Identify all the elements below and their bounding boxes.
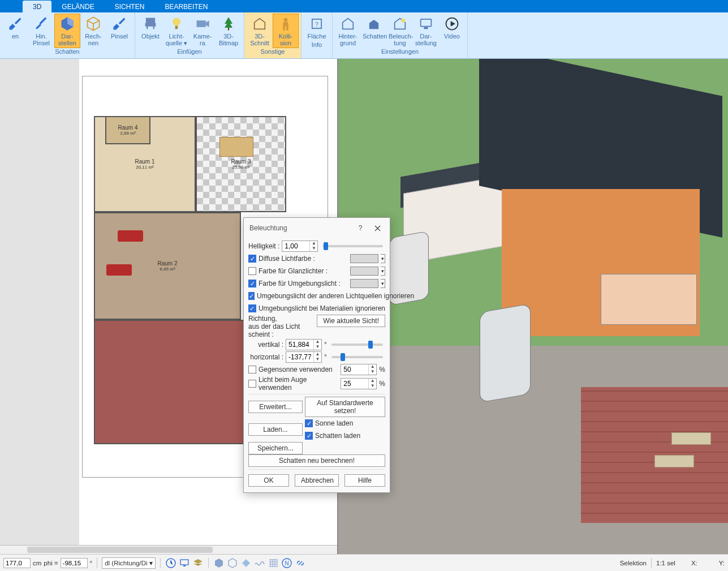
- status-combo-dl[interactable]: dl (Richtung/Di ▾: [102, 557, 156, 569]
- status-icon-diamond[interactable]: [240, 557, 252, 569]
- swatch-glanz[interactable]: [350, 267, 378, 276]
- einst-btn-schatten[interactable]: Schatten: [361, 14, 387, 48]
- sonstige-btn-3d-schnitt[interactable]: 3D-Schnitt: [247, 14, 273, 48]
- btn-abbrechen[interactable]: Abbrechen: [295, 474, 339, 487]
- status-icon-cube1[interactable]: [213, 557, 225, 569]
- svg-text:N: N: [285, 560, 288, 566]
- group-label-schatten: Schatten: [2, 48, 132, 55]
- dialog-help-button[interactable]: ?: [352, 222, 368, 234]
- einst-btn-beleuchtung[interactable]: Beleuch-tung: [387, 14, 413, 48]
- label-sonne-laden: Sonne laden: [315, 419, 353, 427]
- slider-helligkeit[interactable]: [322, 245, 383, 247]
- input-vertikal[interactable]: ▲▼: [286, 339, 322, 350]
- check-ignore-lichtquellen[interactable]: ✓: [248, 292, 255, 300]
- btn-hilfe[interactable]: Hilfe: [344, 474, 385, 487]
- schatten-btn-rechnen[interactable]: Rech-nen: [80, 14, 106, 48]
- sonstige-btn-kollision[interactable]: Kolli-sion: [273, 14, 299, 48]
- swatch-diffuse-menu[interactable]: ▾: [381, 254, 385, 263]
- slider-horizontal-thumb[interactable]: [341, 353, 345, 361]
- btn-laden[interactable]: Laden...: [248, 423, 303, 436]
- btn-ok[interactable]: OK: [248, 474, 289, 487]
- einfuegen-btn-3d-bitmap[interactable]: 3D-Bitmap: [216, 14, 242, 48]
- status-value-1[interactable]: [3, 558, 31, 568]
- dialog-title-bar[interactable]: Beleuchtung ?: [244, 218, 390, 238]
- svg-rect-3: [228, 28, 229, 31]
- einfuegen-btn-kamera[interactable]: Kame-ra: [189, 14, 216, 48]
- swatch-glanz-menu[interactable]: ▾: [381, 267, 385, 276]
- input-gegensonne[interactable]: ▲▼: [341, 364, 377, 375]
- svg-rect-1: [175, 26, 178, 29]
- einfuegen-btn-lichtquelle[interactable]: Licht-quelle ▾: [163, 14, 189, 48]
- check-ignore-materialien[interactable]: ✓: [248, 304, 256, 312]
- input-helligkeit-field[interactable]: [282, 241, 309, 251]
- slider-horizontal[interactable]: [331, 356, 383, 358]
- ribbon-group-schatten: en Hin.Pinsel Dar-stellen Rech-nen Pinse…: [0, 12, 135, 58]
- check-licht-auge[interactable]: [248, 380, 256, 388]
- room-1-label: Raum 1: [135, 158, 154, 165]
- lounger-2: [654, 455, 694, 467]
- schatten-btn-pinsel[interactable]: Pinsel: [106, 14, 132, 48]
- status-icon-clock[interactable]: [165, 557, 176, 569]
- input-gegensonne-field[interactable]: [341, 364, 368, 375]
- hscroll-thumb[interactable]: [27, 547, 213, 553]
- btn-speichern[interactable]: Speichern...: [248, 442, 303, 454]
- status-icon-link[interactable]: [295, 557, 306, 569]
- floor-plan-hscroll[interactable]: [0, 545, 337, 554]
- 3d-scene[interactable]: [338, 59, 728, 554]
- group-label-info: Info: [304, 41, 330, 49]
- status-icon-grid[interactable]: [268, 557, 279, 569]
- input-horizontal[interactable]: ▲▼: [286, 351, 322, 363]
- input-helligkeit[interactable]: ▲▼: [282, 241, 318, 252]
- tab-sichten[interactable]: SICHTEN: [105, 1, 155, 12]
- schatten-btn-darstellen[interactable]: Dar-stellen: [54, 14, 80, 48]
- check-gegensonne[interactable]: [248, 366, 256, 373]
- chair-icon: [143, 16, 158, 32]
- check-schatten-laden[interactable]: ✓: [305, 432, 313, 440]
- tab-gelaende[interactable]: GELÄNDE: [51, 1, 104, 12]
- status-icon-layers[interactable]: [192, 557, 204, 569]
- room-1-size: 20,11 m²: [136, 165, 154, 170]
- status-unit-deg: °: [90, 560, 93, 566]
- status-icon-wave[interactable]: [254, 557, 265, 569]
- slider-vertikal[interactable]: [331, 344, 383, 346]
- einst-btn-darstellung[interactable]: Dar-stellung: [413, 14, 439, 48]
- input-licht-auge[interactable]: ▲▼: [341, 378, 377, 389]
- info-btn-flaeche[interactable]: ? Fläche: [304, 14, 330, 41]
- dialog-title: Beleuchtung: [249, 224, 287, 232]
- einst-btn-video[interactable]: Video: [439, 14, 465, 48]
- status-icon-monitor[interactable]: [179, 557, 190, 569]
- tab-bearbeiten[interactable]: BEARBEITEN: [154, 1, 218, 12]
- input-licht-auge-field[interactable]: [341, 379, 368, 389]
- input-horizontal-field[interactable]: [286, 352, 313, 362]
- status-label-phi: phi =: [44, 560, 58, 566]
- check-diffuse[interactable]: ✓: [248, 255, 256, 263]
- swatch-diffuse[interactable]: [350, 254, 378, 263]
- btn-wie-aktuelle-sicht[interactable]: Wie aktuelle Sicht!: [317, 315, 385, 327]
- check-umgebung[interactable]: ✓: [248, 280, 256, 287]
- pane-3d-view[interactable]: [338, 59, 728, 554]
- btn-erweitert[interactable]: Erweitert...: [248, 401, 303, 413]
- slider-vertikal-thumb[interactable]: [368, 341, 373, 349]
- btn-standardwerte[interactable]: Auf Standardwerte setzen!: [305, 397, 385, 417]
- btn-schatten-neu-berechnen[interactable]: Schatten neu berechnen!: [248, 454, 385, 467]
- status-icon-cube2[interactable]: [227, 557, 238, 569]
- slider-helligkeit-thumb[interactable]: [324, 242, 328, 250]
- spin-down-icon[interactable]: ▼: [310, 246, 317, 251]
- tab-3d[interactable]: 3D: [23, 1, 51, 12]
- swatch-umgebung-menu[interactable]: ▾: [381, 279, 385, 288]
- check-sonne-laden[interactable]: ✓: [305, 419, 313, 427]
- top-tab-strip: 3D GELÄNDE SICHTEN BEARBEITEN: [0, 0, 728, 12]
- schatten-btn-en[interactable]: en: [2, 14, 28, 48]
- input-vertikal-field[interactable]: [286, 340, 313, 350]
- play-icon: [444, 16, 460, 32]
- einst-btn-hintergrund[interactable]: Hinter-grund: [335, 14, 361, 48]
- status-label-selektion: Selektion: [620, 560, 647, 566]
- area-icon: ?: [309, 16, 325, 32]
- dialog-close-button[interactable]: [369, 222, 385, 234]
- swatch-umgebung[interactable]: [350, 279, 378, 288]
- einfuegen-btn-objekt[interactable]: Objekt: [137, 14, 163, 48]
- schatten-btn-hin-pinsel[interactable]: Hin.Pinsel: [28, 14, 54, 48]
- status-value-phi[interactable]: [61, 558, 88, 568]
- status-icon-north[interactable]: N: [281, 557, 292, 569]
- check-glanz[interactable]: [248, 267, 256, 275]
